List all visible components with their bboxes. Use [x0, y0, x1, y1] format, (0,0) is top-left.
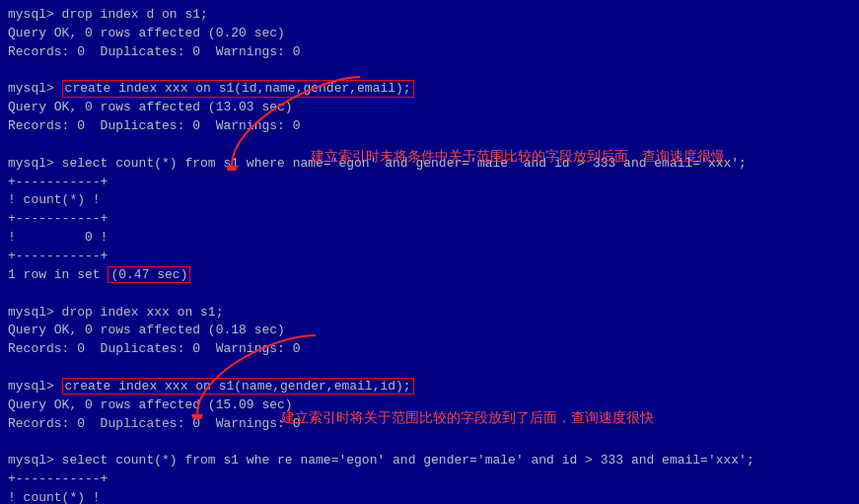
- text-l25: mysql> select count(*) from s1 whe re na…: [8, 453, 754, 468]
- line-22: Query OK, 0 rows affected (15.09 sec): [8, 396, 851, 415]
- line-12: +-----------+: [8, 210, 851, 229]
- text-l23: Records: 0 Duplicates: 0 Warnings: 0: [8, 416, 300, 431]
- prompt-5: mysql>: [8, 81, 62, 96]
- line-19: Records: 0 Duplicates: 0 Warnings: 0: [8, 340, 851, 359]
- text-l14: +-----------+: [8, 249, 107, 263]
- text-l15a: 1 row in set: [8, 267, 107, 282]
- text-l3: Records: 0 Duplicates: 0 Warnings: 0: [8, 44, 300, 59]
- line-6: Query OK, 0 rows affected (13.03 sec): [8, 99, 851, 117]
- text-l6: Query OK, 0 rows affected (13.03 sec): [8, 100, 293, 114]
- line-23: Records: 0 Duplicates: 0 Warnings: 0: [8, 415, 851, 434]
- text-l10: +-----------+: [8, 175, 107, 189]
- text-l27: ! count(*) !: [8, 490, 101, 504]
- line-3: Records: 0 Duplicates: 0 Warnings: 0: [8, 43, 851, 62]
- text-l26: +-----------+: [8, 471, 107, 486]
- text-l7: Records: 0 Duplicates: 0 Warnings: 0: [8, 118, 300, 133]
- text-l12: +-----------+: [8, 211, 107, 226]
- terminal: mysql> drop index d on s1; Query OK, 0 r…: [0, 0, 859, 504]
- text-l9: mysql> select count(*) from s1 where nam…: [8, 156, 747, 171]
- text-l13: ! 0 !: [8, 230, 107, 245]
- line-1: mysql> drop index d on s1;: [8, 6, 851, 25]
- line-18: Query OK, 0 rows affected (0.18 sec): [8, 322, 851, 340]
- line-13: ! 0 !: [8, 229, 851, 248]
- line-blank-4: [8, 359, 851, 378]
- line-blank-3: [8, 285, 851, 304]
- line-15: 1 row in set (0.47 sec): [8, 266, 851, 285]
- prompt-21: mysql>: [8, 379, 62, 394]
- text-l1: mysql> drop index d on s1;: [8, 7, 208, 22]
- line-10: +-----------+: [8, 174, 851, 192]
- text-l2: Query OK, 0 rows affected (0.20 sec): [8, 26, 285, 40]
- line-27: ! count(*) !: [8, 489, 851, 504]
- text-l11: ! count(*) !: [8, 192, 101, 207]
- create-index-2-highlight: create index xxx on s1(name,gender,email…: [62, 378, 414, 396]
- line-2: Query OK, 0 rows affected (0.20 sec): [8, 25, 851, 43]
- text-l18: Query OK, 0 rows affected (0.18 sec): [8, 323, 285, 337]
- line-9: mysql> select count(*) from s1 where nam…: [8, 155, 851, 174]
- line-17: mysql> drop index xxx on s1;: [8, 304, 851, 323]
- text-l17: mysql> drop index xxx on s1;: [8, 305, 223, 320]
- line-14: +-----------+: [8, 248, 851, 266]
- line-blank-2: [8, 136, 851, 155]
- line-21: mysql> create index xxx on s1(name,gende…: [8, 378, 851, 396]
- create-index-1-highlight: create index xxx on s1(id,name,gender,em…: [62, 80, 414, 98]
- result-time-1: (0.47 sec): [107, 266, 190, 284]
- line-blank-1: [8, 62, 851, 81]
- line-26: +-----------+: [8, 470, 851, 489]
- line-5: mysql> create index xxx on s1(id,name,ge…: [8, 80, 851, 99]
- text-l22: Query OK, 0 rows affected (15.09 sec): [8, 397, 293, 412]
- line-25: mysql> select count(*) from s1 whe re na…: [8, 452, 851, 470]
- text-l19: Records: 0 Duplicates: 0 Warnings: 0: [8, 341, 300, 356]
- line-11: ! count(*) !: [8, 191, 851, 210]
- line-blank-5: [8, 433, 851, 452]
- line-7: Records: 0 Duplicates: 0 Warnings: 0: [8, 117, 851, 136]
